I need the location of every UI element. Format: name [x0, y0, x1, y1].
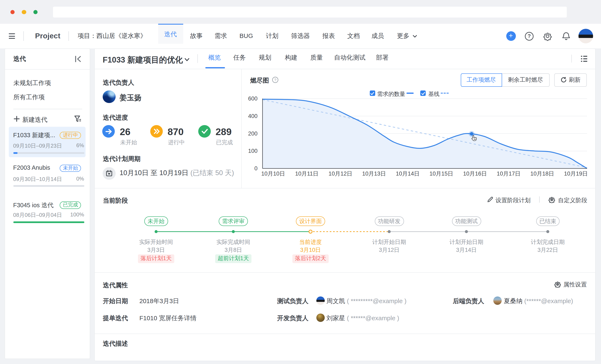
- svg-text:?: ?: [527, 33, 531, 39]
- svg-text:10月18日: 10月18日: [531, 171, 554, 177]
- svg-text:400: 400: [248, 113, 258, 119]
- svg-text:0: 0: [254, 165, 258, 172]
- svg-text:10月17日: 10月17日: [497, 171, 521, 177]
- svg-text:10月13日: 10月13日: [362, 171, 386, 177]
- svg-text:600: 600: [248, 96, 258, 102]
- svg-text:10月10日: 10月10日: [261, 171, 285, 177]
- svg-text:100: 100: [248, 148, 258, 154]
- svg-text:10月12日: 10月12日: [329, 171, 352, 177]
- svg-text:10月16日: 10月16日: [463, 171, 487, 177]
- svg-text:10月15日: 10月15日: [430, 171, 453, 177]
- svg-text:10月11日: 10月11日: [295, 171, 319, 177]
- svg-text:10月19日: 10月19日: [564, 171, 588, 177]
- svg-text:200: 200: [248, 131, 258, 137]
- svg-text:?: ?: [274, 78, 277, 82]
- svg-text:10月14日: 10月14日: [396, 171, 420, 177]
